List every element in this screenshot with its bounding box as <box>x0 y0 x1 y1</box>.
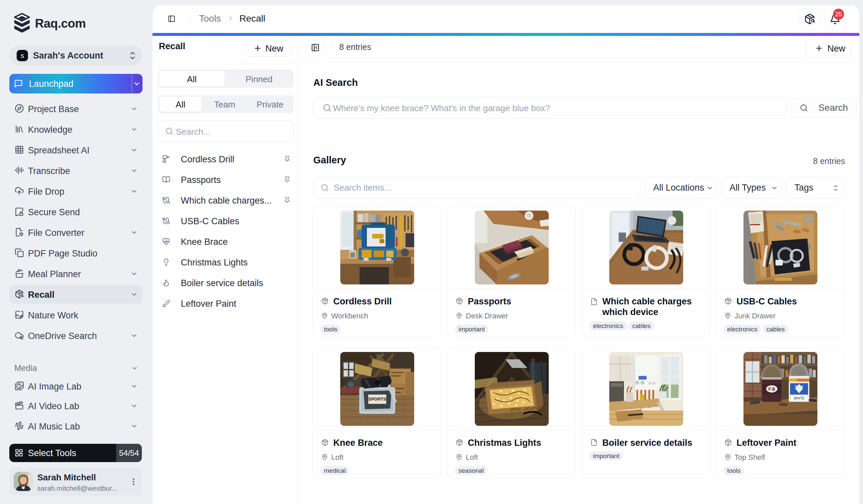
svg-text:SPORTS: SPORTS <box>368 397 386 402</box>
svg-text:Dulux: Dulux <box>795 385 803 388</box>
svg-text:WHITE: WHITE <box>794 397 805 400</box>
svg-text:F·B: F·B <box>768 387 775 391</box>
